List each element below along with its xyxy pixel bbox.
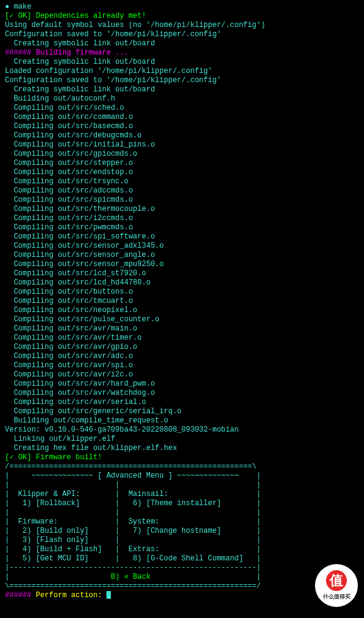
- output-line: Compiling out/src/sensor_adxl345.o: [5, 242, 359, 251]
- output-line: Compiling out/src/i2ccmds.o: [5, 214, 359, 223]
- menu-blank-1: | | |: [5, 481, 359, 490]
- output-line: Building out/compile_time_request.o: [5, 416, 359, 425]
- menu-border-bottom: \=======================================…: [5, 582, 359, 591]
- output-line: Configuration saved to '/home/pi/klipper…: [5, 30, 359, 39]
- output-line: Linking out/klipper.elf: [5, 435, 359, 444]
- output-line: Creating symbolic link out/board: [5, 39, 359, 48]
- output-line: Compiling out/src/neopixel.o: [5, 306, 359, 315]
- menu-back-label: B) « Back: [111, 573, 151, 581]
- output-line: Compiling out/src/thermocouple.o: [5, 205, 359, 214]
- menu-back-row[interactable]: | B) « Back |: [5, 573, 359, 582]
- menu-headers-1: | Klipper & API: | Mainsail: |: [5, 490, 359, 499]
- output-line: Compiling out/src/trsync.o: [5, 177, 359, 186]
- perform-action-prompt[interactable]: ###### Perform action: █: [5, 591, 359, 600]
- watermark-icon: 值: [326, 570, 347, 591]
- prompt-line: ● make: [5, 2, 359, 12]
- output-line: Compiling out/src/avr/watchdog.o: [5, 389, 359, 398]
- output-line: Compiling out/src/avr/i2c.o: [5, 370, 359, 380]
- build-output: Creating symbolic link out/boardLoaded c…: [5, 58, 359, 453]
- output-line: Using default symbol values (no '/home/p…: [5, 21, 359, 30]
- pre-build-output: Using default symbol values (no '/home/p…: [5, 21, 359, 48]
- menu-item-get-mcu-id[interactable]: | 5) [Get MCU ID] | 8) [G-Code Shell Com…: [5, 554, 359, 563]
- build-msg: Building firmware ...: [36, 48, 128, 57]
- menu-blank-2: | | |: [5, 508, 359, 517]
- fw-ok-line: [✓ OK] Firmware built!: [5, 453, 359, 462]
- output-line: Compiling out/src/avr/main.o: [5, 324, 359, 334]
- output-line: Compiling out/src/pwmcmds.o: [5, 223, 359, 232]
- output-line: Compiling out/src/buttons.o: [5, 288, 359, 297]
- output-line: Compiling out/src/lcd_st7920.o: [5, 269, 359, 278]
- output-line: Version: v0.10.0-546-ga709ba43-20220808_…: [5, 425, 359, 435]
- output-line: Compiling out/src/lcd_hd44780.o: [5, 278, 359, 288]
- output-line: Compiling out/src/avr/serial.o: [5, 398, 359, 407]
- menu-item-build-only[interactable]: | 2) [Build only] | 7) [Change hostname]…: [5, 527, 359, 536]
- action-label: Perform action:: [36, 591, 102, 600]
- menu-title: | ~~~~~~~~~~~~~~ [ Advanced Menu ] ~~~~~…: [5, 471, 359, 481]
- output-line: Compiling out/src/command.o: [5, 113, 359, 122]
- menu-item-build-flash[interactable]: | 4) [Build + Flash] | Extras: |: [5, 545, 359, 554]
- output-line: Compiling out/src/tmcuart.o: [5, 297, 359, 306]
- output-line: Creating symbolic link out/board: [5, 58, 359, 67]
- watermark-badge: 值 什么值得买: [315, 564, 358, 607]
- output-line: Compiling out/src/basecmd.o: [5, 122, 359, 131]
- output-line: Compiling out/src/avr/gpio.o: [5, 343, 359, 352]
- output-line: Loaded configuration '/home/pi/klipper/.…: [5, 67, 359, 76]
- output-line: Compiling out/src/sensor_angle.o: [5, 251, 359, 260]
- deps-ok-line: [✓ OK] Dependencies already met!: [5, 12, 359, 21]
- output-line: Creating symbolic link out/board: [5, 85, 359, 94]
- output-line: Compiling out/src/gpiocmds.o: [5, 150, 359, 159]
- fw-ok-prefix: [✓ OK]: [5, 453, 31, 462]
- output-line: Compiling out/src/avr/adc.o: [5, 352, 359, 361]
- output-line: Compiling out/src/avr/timer.o: [5, 334, 359, 343]
- prompt-cmd: make: [13, 2, 31, 11]
- output-line: Compiling out/src/adccmds.o: [5, 186, 359, 196]
- output-line: Compiling out/src/sensor_mpu9250.o: [5, 260, 359, 269]
- fw-ok-msg: Firmware built!: [36, 453, 102, 462]
- output-line: Compiling out/src/generic/serial_irq.o: [5, 407, 359, 416]
- build-header: ###### Building firmware ...: [5, 48, 359, 58]
- output-line: Compiling out/src/debugcmds.o: [5, 131, 359, 140]
- output-line: Compiling out/src/sched.o: [5, 104, 359, 113]
- build-hashes: ######: [5, 48, 31, 57]
- output-line: Creating hex file out/klipper.elf.hex: [5, 444, 359, 453]
- menu-headers-2: | Firmware: | System: |: [5, 517, 359, 527]
- menu-item-rollback[interactable]: | 1) [Rollback] | 6) [Theme installer] |: [5, 499, 359, 508]
- output-line: Compiling out/src/initial_pins.o: [5, 140, 359, 150]
- output-line: Compiling out/src/spi_software.o: [5, 232, 359, 242]
- output-line: Compiling out/src/endstop.o: [5, 168, 359, 177]
- ok-msg: Dependencies already met!: [36, 12, 146, 20]
- output-line: Compiling out/src/pulse_counter.o: [5, 315, 359, 324]
- watermark-text: 什么值得买: [323, 592, 351, 601]
- output-line: Compiling out/src/avr/hard_pwm.o: [5, 380, 359, 389]
- output-line: Compiling out/src/avr/spi.o: [5, 361, 359, 370]
- menu-border-top: /=======================================…: [5, 462, 359, 471]
- action-hashes: ######: [5, 591, 31, 600]
- output-line: Compiling out/src/spicmds.o: [5, 196, 359, 205]
- output-line: Building out/autoconf.h: [5, 94, 359, 104]
- ok-prefix: [✓ OK]: [5, 12, 31, 20]
- menu-item-flash-only[interactable]: | 3) [Flash only] | |: [5, 536, 359, 545]
- menu-separator: |---------------------------------------…: [5, 563, 359, 573]
- output-line: Compiling out/src/stepper.o: [5, 159, 359, 168]
- cursor-icon: █: [107, 591, 111, 600]
- prompt-bullet: ●: [5, 2, 9, 11]
- output-line: Configuration saved to '/home/pi/klipper…: [5, 76, 359, 85]
